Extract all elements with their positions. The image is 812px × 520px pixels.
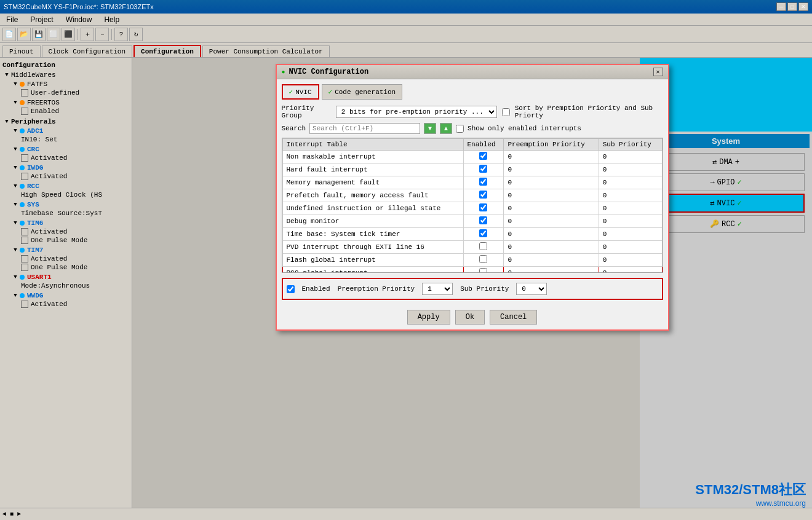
wwdg-label[interactable]: ▼ WWDG: [11, 291, 129, 300]
tab-power[interactable]: Power Consumption Calculator: [202, 45, 330, 57]
crc-activated-cb[interactable]: [21, 154, 28, 162]
freertos-enabled[interactable]: Enabled: [20, 107, 129, 116]
toolbar-open[interactable]: 📂: [17, 28, 31, 41]
preemption-priority-select[interactable]: 1 0 2 3: [422, 283, 453, 295]
peripherals-text: Peripherals: [11, 118, 56, 125]
tab-pinout[interactable]: Pinout: [2, 45, 41, 57]
tim7-activated[interactable]: Activated: [20, 254, 129, 263]
usart1-mode[interactable]: Mode:Asynchronous: [20, 282, 129, 290]
iwdg-activated-cb[interactable]: [21, 173, 28, 180]
toolbar-help[interactable]: ?: [114, 28, 128, 41]
interrupt-row-preemption: 0: [504, 189, 599, 202]
tim6-label[interactable]: ▼ TIM6: [11, 219, 129, 227]
tim6-text: TIM6: [27, 219, 43, 227]
sys-timebase[interactable]: Timebase Source:SysT: [20, 209, 129, 218]
ok-button[interactable]: Ok: [455, 310, 485, 325]
tim6-children: Activated One Pulse Mode: [11, 227, 129, 245]
sort-checkbox[interactable]: [502, 108, 510, 116]
interrupt-row-sub: 0: [599, 189, 662, 202]
peripherals-label[interactable]: ▼ Peripherals: [2, 117, 129, 126]
fatfs-userdefined[interactable]: User-defined: [20, 89, 129, 97]
search-label: Search: [282, 125, 306, 132]
wwdg-indicator: [20, 293, 25, 298]
middlewares-label[interactable]: ▼ MiddleWares: [2, 71, 129, 79]
interrupt-row-enabled[interactable]: [463, 176, 504, 189]
fatfs-userdefined-cb[interactable]: [21, 89, 28, 97]
adc1-in10[interactable]: IN10: Set: [20, 135, 129, 144]
menu-help[interactable]: Help: [100, 14, 123, 25]
menu-file[interactable]: File: [2, 14, 22, 25]
toolbar-new[interactable]: 📄: [2, 28, 16, 41]
usart1-label[interactable]: ▼ USART1: [11, 273, 129, 282]
tim6-activated-cb[interactable]: [21, 228, 28, 235]
priority-group-select[interactable]: 2 bits for pre-emption priority ...: [336, 106, 497, 118]
cancel-button[interactable]: Cancel: [490, 310, 537, 325]
freertos-enabled-cb[interactable]: [21, 108, 28, 115]
crc-children: Activated: [11, 154, 129, 162]
tim7-opm[interactable]: One Pulse Mode: [20, 263, 129, 272]
iwdg-activated[interactable]: Activated: [20, 172, 129, 181]
interrupt-row-sub: 0: [599, 202, 662, 215]
interrupt-row-enabled[interactable]: [463, 254, 504, 267]
tim7-activated-cb[interactable]: [21, 255, 28, 262]
toolbar-btn4[interactable]: ⬜: [47, 28, 60, 41]
search-down-btn[interactable]: ▼: [424, 123, 436, 134]
menu-window[interactable]: Window: [62, 14, 96, 25]
wwdg-activated[interactable]: Activated: [20, 300, 129, 309]
sys-label[interactable]: ▼ SYS: [11, 200, 129, 209]
maximize-button[interactable]: □: [787, 2, 797, 11]
crc-activated[interactable]: Activated: [20, 154, 129, 162]
tab-configuration[interactable]: Configuration: [133, 45, 201, 57]
rcc-label[interactable]: ▼ RCC: [11, 182, 129, 191]
toolbar-save[interactable]: 💾: [32, 28, 46, 41]
expand-icon-freertos: ▼: [12, 100, 18, 106]
expand-icon-tim7: ▼: [12, 247, 18, 253]
interrupt-row-enabled[interactable]: [463, 228, 504, 241]
tim6-activated[interactable]: Activated: [20, 227, 129, 236]
interrupt-row-enabled[interactable]: [463, 267, 504, 274]
freertos-enabled-text: Enabled: [31, 108, 59, 115]
rcc-hsc[interactable]: High Speed Clock (HS: [20, 191, 129, 199]
interrupt-row-enabled[interactable]: [463, 241, 504, 254]
toolbar-btn6[interactable]: ＋: [81, 28, 94, 41]
interrupt-row-enabled[interactable]: [463, 189, 504, 202]
tim6-opm[interactable]: One Pulse Mode: [20, 236, 129, 245]
usart1-children: Mode:Asynchronous: [11, 282, 129, 290]
wwdg-activated-cb[interactable]: [21, 301, 28, 308]
interrupt-row-enabled[interactable]: [463, 215, 504, 228]
sub-priority-select[interactable]: 0 1 2 3: [516, 283, 547, 295]
tim7-label[interactable]: ▼ TIM7: [11, 246, 129, 254]
fatfs-label[interactable]: ▼ FATFS: [11, 80, 129, 89]
toolbar-btn7[interactable]: －: [95, 28, 109, 41]
interrupt-row-enabled[interactable]: [463, 163, 504, 176]
iwdg-label[interactable]: ▼ IWDG: [11, 163, 129, 172]
minimize-button[interactable]: ─: [776, 2, 786, 11]
tim6-opm-cb[interactable]: [21, 237, 28, 244]
apply-button[interactable]: Apply: [407, 310, 450, 325]
adc1-label[interactable]: ▼ ADC1: [11, 127, 129, 135]
modal-close-button[interactable]: ✕: [653, 68, 663, 76]
title-bar: STM32CubeMX YS-F1Pro.ioc*: STM32F103ZETx…: [0, 0, 812, 14]
tim7-opm-cb[interactable]: [21, 264, 28, 271]
toolbar-btn5[interactable]: ⬛: [62, 28, 75, 41]
modal-title-text: NVIC Configuration: [289, 68, 369, 76]
rcc-children: High Speed Clock (HS: [11, 191, 129, 199]
bottom-controls: Enabled Preemption Priority 1 0 2 3 Sub …: [282, 278, 663, 300]
show-enabled-checkbox[interactable]: [456, 125, 464, 133]
close-button[interactable]: ✕: [798, 2, 808, 11]
modal-tab-nvic[interactable]: ✓ NVIC: [282, 84, 319, 100]
tab-clock[interactable]: Clock Configuration: [42, 45, 132, 57]
crc-label[interactable]: ▼ CRC: [11, 145, 129, 154]
search-up-btn[interactable]: ▲: [440, 123, 452, 134]
search-input[interactable]: [309, 123, 420, 134]
modal-tab-codegen[interactable]: ✓ Code generation: [322, 84, 403, 100]
interrupt-row-sub: 0: [599, 267, 662, 274]
bottom-enabled-checkbox[interactable]: [287, 285, 295, 293]
adc1-children: IN10: Set: [11, 135, 129, 144]
interrupt-row-enabled[interactable]: [463, 151, 504, 163]
menu-project[interactable]: Project: [26, 14, 57, 25]
freertos-label[interactable]: ▼ FREERTOS: [11, 98, 129, 107]
interrupt-row-enabled[interactable]: [463, 202, 504, 215]
toolbar-refresh[interactable]: ↻: [129, 28, 143, 41]
priority-group-row: Priority Group 2 bits for pre-emption pr…: [282, 104, 663, 119]
